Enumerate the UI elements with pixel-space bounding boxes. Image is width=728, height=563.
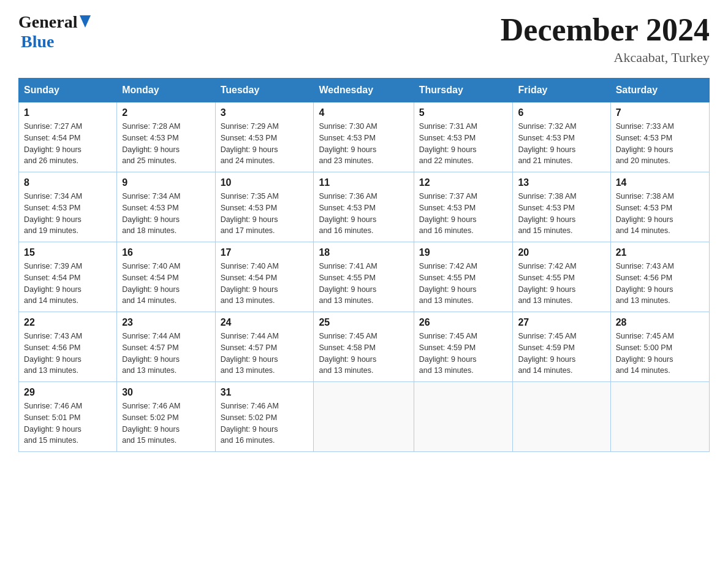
day-number: 22: [24, 317, 112, 328]
logo-general-text: General: [18, 12, 77, 32]
calendar-cell: [314, 382, 414, 452]
calendar-cell: 18 Sunrise: 7:41 AM Sunset: 4:55 PM Dayl…: [314, 242, 414, 312]
day-info: Sunrise: 7:35 AM Sunset: 4:53 PM Dayligh…: [221, 191, 309, 237]
day-number: 31: [221, 387, 309, 398]
day-number: 21: [616, 247, 704, 258]
day-number: 11: [319, 177, 408, 188]
day-number: 26: [419, 317, 508, 328]
calendar-cell: 15 Sunrise: 7:39 AM Sunset: 4:54 PM Dayl…: [19, 242, 117, 312]
calendar-header-row: SundayMondayTuesdayWednesdayThursdayFrid…: [19, 79, 710, 102]
calendar-cell: 12 Sunrise: 7:37 AM Sunset: 4:53 PM Dayl…: [414, 172, 513, 242]
calendar-cell: 26 Sunrise: 7:45 AM Sunset: 4:59 PM Dayl…: [414, 312, 513, 382]
day-number: 6: [518, 107, 605, 118]
day-info: Sunrise: 7:27 AM Sunset: 4:54 PM Dayligh…: [24, 121, 112, 167]
day-info: Sunrise: 7:39 AM Sunset: 4:54 PM Dayligh…: [24, 261, 112, 307]
calendar-cell: 9 Sunrise: 7:34 AM Sunset: 4:53 PM Dayli…: [117, 172, 215, 242]
day-info: Sunrise: 7:42 AM Sunset: 4:55 PM Dayligh…: [419, 261, 508, 307]
calendar-cell: 4 Sunrise: 7:30 AM Sunset: 4:53 PM Dayli…: [314, 102, 414, 172]
day-info: Sunrise: 7:28 AM Sunset: 4:53 PM Dayligh…: [122, 121, 210, 167]
day-number: 4: [319, 107, 408, 118]
day-info: Sunrise: 7:46 AM Sunset: 5:02 PM Dayligh…: [122, 400, 210, 446]
day-number: 2: [122, 107, 210, 118]
day-info: Sunrise: 7:33 AM Sunset: 4:53 PM Dayligh…: [616, 121, 704, 167]
calendar-cell: 13 Sunrise: 7:38 AM Sunset: 4:53 PM Dayl…: [513, 172, 610, 242]
calendar-cell: 14 Sunrise: 7:38 AM Sunset: 4:53 PM Dayl…: [610, 172, 709, 242]
day-number: 7: [616, 107, 704, 118]
calendar-cell: 21 Sunrise: 7:43 AM Sunset: 4:56 PM Dayl…: [610, 242, 709, 312]
calendar-cell: 24 Sunrise: 7:44 AM Sunset: 4:57 PM Dayl…: [215, 312, 314, 382]
day-info: Sunrise: 7:37 AM Sunset: 4:53 PM Dayligh…: [419, 191, 508, 237]
title-section: December 2024 Akcaabat, Turkey: [501, 12, 710, 66]
day-info: Sunrise: 7:42 AM Sunset: 4:55 PM Dayligh…: [518, 261, 605, 307]
calendar-day-header-saturday: Saturday: [610, 79, 709, 102]
calendar-cell: [414, 382, 513, 452]
day-number: 18: [319, 247, 408, 258]
day-info: Sunrise: 7:46 AM Sunset: 5:02 PM Dayligh…: [221, 400, 309, 446]
day-info: Sunrise: 7:40 AM Sunset: 4:54 PM Dayligh…: [122, 261, 210, 307]
day-number: 28: [616, 317, 704, 328]
calendar-week-row: 22 Sunrise: 7:43 AM Sunset: 4:56 PM Dayl…: [19, 312, 710, 382]
calendar-day-header-sunday: Sunday: [19, 79, 117, 102]
day-info: Sunrise: 7:44 AM Sunset: 4:57 PM Dayligh…: [122, 331, 210, 377]
calendar-cell: 2 Sunrise: 7:28 AM Sunset: 4:53 PM Dayli…: [117, 102, 215, 172]
calendar-cell: 11 Sunrise: 7:36 AM Sunset: 4:53 PM Dayl…: [314, 172, 414, 242]
calendar-day-header-tuesday: Tuesday: [215, 79, 314, 102]
calendar-cell: [513, 382, 610, 452]
day-info: Sunrise: 7:45 AM Sunset: 4:58 PM Dayligh…: [319, 331, 408, 377]
day-number: 29: [24, 387, 112, 398]
day-number: 9: [122, 177, 210, 188]
day-number: 13: [518, 177, 605, 188]
calendar-cell: 28 Sunrise: 7:45 AM Sunset: 5:00 PM Dayl…: [610, 312, 709, 382]
calendar-week-row: 15 Sunrise: 7:39 AM Sunset: 4:54 PM Dayl…: [19, 242, 710, 312]
day-number: 1: [24, 107, 112, 118]
calendar-cell: 10 Sunrise: 7:35 AM Sunset: 4:53 PM Dayl…: [215, 172, 314, 242]
calendar-cell: 25 Sunrise: 7:45 AM Sunset: 4:58 PM Dayl…: [314, 312, 414, 382]
day-number: 20: [518, 247, 605, 258]
logo-blue-text: Blue: [21, 32, 54, 52]
day-number: 3: [221, 107, 309, 118]
calendar-cell: 31 Sunrise: 7:46 AM Sunset: 5:02 PM Dayl…: [215, 382, 314, 452]
logo-arrow-icon: [80, 15, 91, 28]
calendar-week-row: 29 Sunrise: 7:46 AM Sunset: 5:01 PM Dayl…: [19, 382, 710, 452]
svg-marker-0: [80, 15, 91, 28]
day-number: 30: [122, 387, 210, 398]
day-number: 15: [24, 247, 112, 258]
calendar-week-row: 1 Sunrise: 7:27 AM Sunset: 4:54 PM Dayli…: [19, 102, 710, 172]
calendar-cell: 7 Sunrise: 7:33 AM Sunset: 4:53 PM Dayli…: [610, 102, 709, 172]
calendar-cell: [610, 382, 709, 452]
calendar-cell: 20 Sunrise: 7:42 AM Sunset: 4:55 PM Dayl…: [513, 242, 610, 312]
day-info: Sunrise: 7:31 AM Sunset: 4:53 PM Dayligh…: [419, 121, 508, 167]
day-number: 27: [518, 317, 605, 328]
calendar-cell: 6 Sunrise: 7:32 AM Sunset: 4:53 PM Dayli…: [513, 102, 610, 172]
day-number: 25: [319, 317, 408, 328]
day-info: Sunrise: 7:36 AM Sunset: 4:53 PM Dayligh…: [319, 191, 408, 237]
calendar-cell: 22 Sunrise: 7:43 AM Sunset: 4:56 PM Dayl…: [19, 312, 117, 382]
day-number: 23: [122, 317, 210, 328]
day-info: Sunrise: 7:43 AM Sunset: 4:56 PM Dayligh…: [616, 261, 704, 307]
day-number: 16: [122, 247, 210, 258]
day-number: 8: [24, 177, 112, 188]
calendar-cell: 16 Sunrise: 7:40 AM Sunset: 4:54 PM Dayl…: [117, 242, 215, 312]
day-info: Sunrise: 7:34 AM Sunset: 4:53 PM Dayligh…: [122, 191, 210, 237]
calendar-cell: 3 Sunrise: 7:29 AM Sunset: 4:53 PM Dayli…: [215, 102, 314, 172]
calendar-cell: 1 Sunrise: 7:27 AM Sunset: 4:54 PM Dayli…: [19, 102, 117, 172]
day-number: 14: [616, 177, 704, 188]
day-info: Sunrise: 7:29 AM Sunset: 4:53 PM Dayligh…: [221, 121, 309, 167]
day-info: Sunrise: 7:46 AM Sunset: 5:01 PM Dayligh…: [24, 400, 112, 446]
day-info: Sunrise: 7:44 AM Sunset: 4:57 PM Dayligh…: [221, 331, 309, 377]
day-number: 10: [221, 177, 309, 188]
day-info: Sunrise: 7:38 AM Sunset: 4:53 PM Dayligh…: [518, 191, 605, 237]
calendar-cell: 23 Sunrise: 7:44 AM Sunset: 4:57 PM Dayl…: [117, 312, 215, 382]
day-number: 5: [419, 107, 508, 118]
calendar-cell: 5 Sunrise: 7:31 AM Sunset: 4:53 PM Dayli…: [414, 102, 513, 172]
calendar-cell: 8 Sunrise: 7:34 AM Sunset: 4:53 PM Dayli…: [19, 172, 117, 242]
calendar-table: SundayMondayTuesdayWednesdayThursdayFrid…: [18, 78, 710, 452]
calendar-week-row: 8 Sunrise: 7:34 AM Sunset: 4:53 PM Dayli…: [19, 172, 710, 242]
calendar-day-header-monday: Monday: [117, 79, 215, 102]
day-number: 24: [221, 317, 309, 328]
calendar-cell: 27 Sunrise: 7:45 AM Sunset: 4:59 PM Dayl…: [513, 312, 610, 382]
day-number: 19: [419, 247, 508, 258]
day-info: Sunrise: 7:43 AM Sunset: 4:56 PM Dayligh…: [24, 331, 112, 377]
day-info: Sunrise: 7:30 AM Sunset: 4:53 PM Dayligh…: [319, 121, 408, 167]
page-header: General Blue December 2024 Akcaabat, Tur…: [18, 12, 710, 66]
